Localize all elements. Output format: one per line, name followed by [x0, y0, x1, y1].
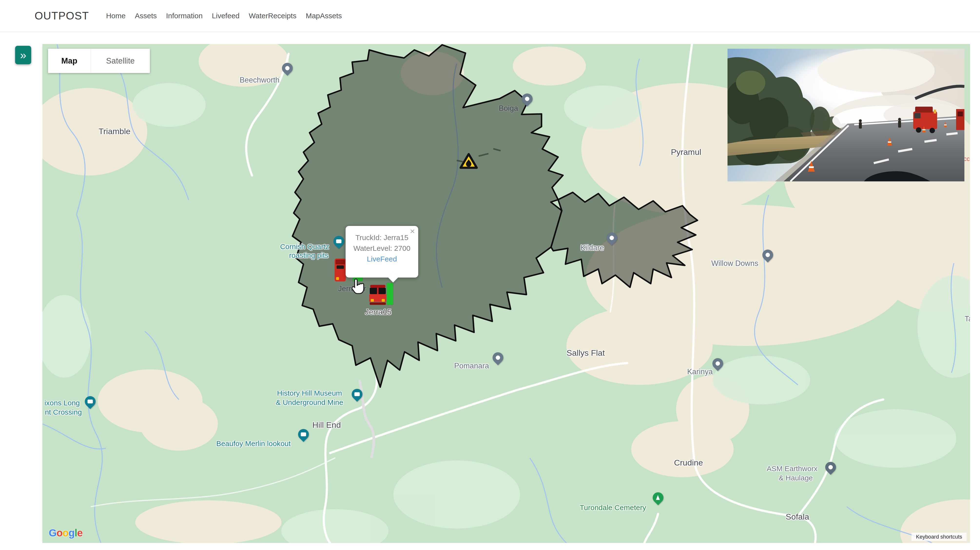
- google-logo[interactable]: Google: [49, 527, 83, 539]
- brand-logo[interactable]: OUTPOST: [35, 10, 89, 22]
- map-label-beaufoy: Beaufoy Merlin lookout: [216, 439, 291, 448]
- map-canvas[interactable]: Boiga Jerrabar Beec: [42, 44, 970, 543]
- map-label-kildare: Kildare: [581, 244, 604, 252]
- map-label-dixons-1: ixons Long: [45, 399, 80, 407]
- livefeed-photo-overlay: [727, 49, 964, 181]
- map-label-pomanara: Pomanara: [454, 361, 489, 370]
- map-label-history-hill-1: History Hill Museum: [277, 389, 342, 397]
- map-type-control: Map Satellite: [48, 49, 150, 73]
- map-label-history-hill-2: & Underground Mine: [276, 398, 344, 407]
- camera-icon: [301, 433, 306, 436]
- nav-item-assets[interactable]: Assets: [135, 12, 157, 20]
- map-label-asm-2: & Haulage: [779, 474, 813, 482]
- map-type-satellite-button[interactable]: Satellite: [91, 49, 150, 73]
- livefeed-link[interactable]: LiveFeed: [345, 254, 418, 265]
- truck-label-jerra15: Jerra15: [365, 307, 392, 317]
- water-level-bar-jerra15: [387, 283, 393, 305]
- map-label-cornish-quartz-1: Cornish Quartz: [280, 243, 329, 251]
- map-label-crudine: Crudine: [674, 458, 703, 468]
- chevron-double-right-icon: »: [20, 48, 26, 62]
- fire-hazard-marker[interactable]: [459, 153, 478, 171]
- sidebar-expand-button[interactable]: »: [15, 46, 31, 64]
- map-label-pyramul: Pyramul: [671, 147, 702, 157]
- camera-icon: [88, 399, 93, 403]
- map-label-turondale: Turondale Cemetery: [580, 504, 646, 512]
- map-label-sofala: Sofala: [786, 512, 809, 521]
- mouse-hand-cursor: [350, 278, 365, 296]
- nav-item-livefeed[interactable]: Livefeed: [212, 12, 239, 20]
- map-label-willow-downs: Willow Downs: [711, 259, 759, 268]
- nav-links: Home Assets Information Livefeed WaterRe…: [106, 12, 342, 20]
- truck-marker-jerra15[interactable]: [369, 285, 386, 305]
- map-label-cornish-quartz-2: roasting pits: [289, 251, 329, 260]
- truck-info-window: × TruckId: Jerra15 WaterLevel: 2700 Live…: [345, 226, 418, 277]
- nav-item-waterreceipts[interactable]: WaterReceipts: [249, 12, 297, 20]
- nav-item-information[interactable]: Information: [166, 12, 202, 20]
- info-water-level: WaterLevel: 2700: [345, 243, 418, 254]
- nav-item-home[interactable]: Home: [106, 12, 126, 20]
- map-label-dixons-2: nt Crossing: [45, 408, 82, 416]
- camera-icon: [336, 239, 342, 243]
- map-label-beechworth: Beechworth: [240, 76, 280, 84]
- outpost-app: OUTPOST Home Assets Information Livefeed…: [0, 0, 980, 550]
- map-label-hill-end: Hill End: [312, 420, 341, 430]
- tree-icon: [656, 495, 660, 500]
- fire-zone-east: [551, 192, 698, 287]
- nav-item-mapassets[interactable]: MapAssets: [305, 12, 342, 20]
- map-label-karinya: Karinya: [687, 368, 713, 376]
- museum-icon: [354, 392, 360, 396]
- truck-marker-secondary[interactable]: [335, 258, 346, 281]
- map-label-triamble: Triamble: [99, 127, 130, 136]
- map-label-sallys-flat: Sallys Flat: [566, 348, 605, 358]
- keyboard-shortcuts-button[interactable]: Keyboard shortcuts: [912, 533, 967, 541]
- map-label-edge-ta: Ta: [965, 315, 970, 323]
- map-type-map-button[interactable]: Map: [48, 49, 91, 73]
- info-truck-id: TruckId: Jerra15: [345, 232, 418, 243]
- map-label-asm-1: ASM Earthworx: [767, 464, 818, 473]
- top-navbar: OUTPOST Home Assets Information Livefeed…: [0, 0, 980, 32]
